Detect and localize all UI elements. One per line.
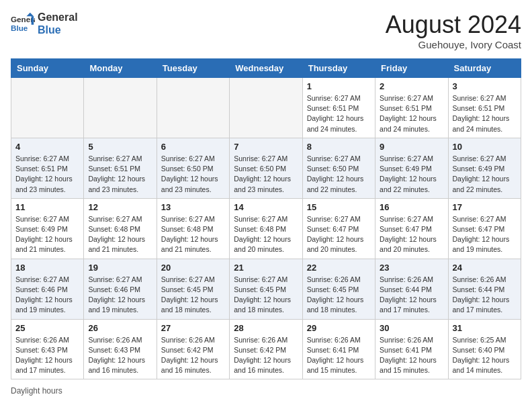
day-info: Sunrise: 6:27 AMSunset: 6:51 PMDaylight:… bbox=[88, 154, 152, 195]
day-info: Sunrise: 6:27 AMSunset: 6:47 PMDaylight:… bbox=[453, 214, 517, 255]
svg-text:Blue: Blue bbox=[11, 24, 28, 32]
calendar-cell: 26Sunrise: 6:26 AMSunset: 6:43 PMDayligh… bbox=[84, 319, 157, 379]
day-number: 17 bbox=[453, 202, 517, 212]
day-number: 26 bbox=[88, 323, 152, 333]
logo-general: General bbox=[38, 11, 78, 24]
calendar-cell: 6Sunrise: 6:27 AMSunset: 6:50 PMDaylight… bbox=[157, 138, 229, 198]
day-info: Sunrise: 6:27 AMSunset: 6:50 PMDaylight:… bbox=[234, 154, 298, 195]
calendar-cell: 12Sunrise: 6:27 AMSunset: 6:48 PMDayligh… bbox=[84, 198, 157, 259]
day-header-wednesday: Wednesday bbox=[230, 59, 302, 78]
day-number: 27 bbox=[161, 323, 225, 333]
calendar-cell: 14Sunrise: 6:27 AMSunset: 6:48 PMDayligh… bbox=[230, 198, 302, 259]
logo-blue: Blue bbox=[38, 24, 78, 36]
day-info: Sunrise: 6:26 AMSunset: 6:43 PMDaylight:… bbox=[88, 335, 152, 376]
day-info: Sunrise: 6:27 AMSunset: 6:49 PMDaylight:… bbox=[15, 214, 79, 255]
day-header-tuesday: Tuesday bbox=[157, 59, 229, 78]
location: Guehouye, Ivory Coast bbox=[386, 39, 521, 50]
day-info: Sunrise: 6:27 AMSunset: 6:47 PMDaylight:… bbox=[380, 214, 443, 255]
day-info: Sunrise: 6:26 AMSunset: 6:42 PMDaylight:… bbox=[234, 335, 298, 376]
title-area: August 2024 Guehouye, Ivory Coast bbox=[386, 11, 521, 50]
calendar-cell: 13Sunrise: 6:27 AMSunset: 6:48 PMDayligh… bbox=[157, 198, 229, 259]
day-number: 28 bbox=[234, 323, 298, 333]
calendar-cell: 18Sunrise: 6:27 AMSunset: 6:46 PMDayligh… bbox=[11, 259, 84, 319]
day-number: 6 bbox=[161, 142, 225, 152]
day-number: 11 bbox=[15, 202, 79, 212]
day-header-friday: Friday bbox=[375, 59, 448, 78]
month-title: August 2024 bbox=[386, 11, 521, 39]
day-info: Sunrise: 6:26 AMSunset: 6:43 PMDaylight:… bbox=[15, 335, 79, 376]
calendar-cell: 1Sunrise: 6:27 AMSunset: 6:51 PMDaylight… bbox=[302, 78, 375, 138]
calendar-cell: 21Sunrise: 6:27 AMSunset: 6:45 PMDayligh… bbox=[230, 259, 302, 319]
day-number: 19 bbox=[88, 263, 152, 273]
calendar-cell: 27Sunrise: 6:26 AMSunset: 6:42 PMDayligh… bbox=[157, 319, 229, 379]
day-header-thursday: Thursday bbox=[302, 59, 375, 78]
week-row-2: 4Sunrise: 6:27 AMSunset: 6:51 PMDaylight… bbox=[11, 138, 521, 198]
calendar-cell bbox=[157, 78, 229, 138]
calendar-cell: 9Sunrise: 6:27 AMSunset: 6:49 PMDaylight… bbox=[375, 138, 448, 198]
footer: Daylight hours bbox=[11, 386, 521, 396]
calendar-cell: 11Sunrise: 6:27 AMSunset: 6:49 PMDayligh… bbox=[11, 198, 84, 259]
daylight-hours-label: Daylight hours bbox=[11, 386, 62, 396]
day-header-saturday: Saturday bbox=[448, 59, 521, 78]
calendar-cell: 20Sunrise: 6:27 AMSunset: 6:45 PMDayligh… bbox=[157, 259, 229, 319]
day-number: 2 bbox=[380, 81, 443, 91]
calendar-cell bbox=[230, 78, 302, 138]
header: General Blue General Blue August 2024 Gu… bbox=[11, 11, 521, 50]
day-number: 14 bbox=[234, 202, 298, 212]
week-row-5: 25Sunrise: 6:26 AMSunset: 6:43 PMDayligh… bbox=[11, 319, 521, 379]
day-info: Sunrise: 6:27 AMSunset: 6:46 PMDaylight:… bbox=[88, 275, 152, 316]
day-number: 23 bbox=[380, 263, 443, 273]
day-info: Sunrise: 6:25 AMSunset: 6:40 PMDaylight:… bbox=[453, 335, 517, 376]
day-info: Sunrise: 6:26 AMSunset: 6:41 PMDaylight:… bbox=[380, 335, 443, 376]
calendar-cell: 22Sunrise: 6:26 AMSunset: 6:45 PMDayligh… bbox=[302, 259, 375, 319]
calendar-cell: 29Sunrise: 6:26 AMSunset: 6:41 PMDayligh… bbox=[302, 319, 375, 379]
day-number: 29 bbox=[307, 323, 371, 333]
day-info: Sunrise: 6:27 AMSunset: 6:48 PMDaylight:… bbox=[234, 214, 298, 255]
day-number: 18 bbox=[15, 263, 79, 273]
calendar-cell: 15Sunrise: 6:27 AMSunset: 6:47 PMDayligh… bbox=[302, 198, 375, 259]
day-number: 25 bbox=[15, 323, 79, 333]
calendar-cell: 5Sunrise: 6:27 AMSunset: 6:51 PMDaylight… bbox=[84, 138, 157, 198]
day-info: Sunrise: 6:27 AMSunset: 6:49 PMDaylight:… bbox=[453, 154, 517, 195]
day-number: 16 bbox=[380, 202, 443, 212]
logo-icon: General Blue bbox=[11, 11, 35, 36]
day-header-sunday: Sunday bbox=[11, 59, 84, 78]
day-number: 22 bbox=[307, 263, 371, 273]
day-info: Sunrise: 6:27 AMSunset: 6:51 PMDaylight:… bbox=[15, 154, 79, 195]
calendar-cell: 25Sunrise: 6:26 AMSunset: 6:43 PMDayligh… bbox=[11, 319, 84, 379]
day-info: Sunrise: 6:27 AMSunset: 6:46 PMDaylight:… bbox=[15, 275, 79, 316]
day-number: 13 bbox=[161, 202, 225, 212]
week-row-1: 1Sunrise: 6:27 AMSunset: 6:51 PMDaylight… bbox=[11, 78, 521, 138]
day-info: Sunrise: 6:26 AMSunset: 6:42 PMDaylight:… bbox=[161, 335, 225, 376]
calendar-header-row: SundayMondayTuesdayWednesdayThursdayFrid… bbox=[11, 59, 521, 78]
calendar-cell: 2Sunrise: 6:27 AMSunset: 6:51 PMDaylight… bbox=[375, 78, 448, 138]
day-number: 12 bbox=[88, 202, 152, 212]
calendar-cell: 28Sunrise: 6:26 AMSunset: 6:42 PMDayligh… bbox=[230, 319, 302, 379]
week-row-4: 18Sunrise: 6:27 AMSunset: 6:46 PMDayligh… bbox=[11, 259, 521, 319]
svg-rect-3 bbox=[32, 16, 34, 25]
day-info: Sunrise: 6:26 AMSunset: 6:44 PMDaylight:… bbox=[453, 275, 517, 316]
calendar-cell: 19Sunrise: 6:27 AMSunset: 6:46 PMDayligh… bbox=[84, 259, 157, 319]
day-number: 4 bbox=[15, 142, 79, 152]
day-info: Sunrise: 6:27 AMSunset: 6:50 PMDaylight:… bbox=[307, 154, 371, 195]
calendar-cell: 8Sunrise: 6:27 AMSunset: 6:50 PMDaylight… bbox=[302, 138, 375, 198]
day-info: Sunrise: 6:27 AMSunset: 6:51 PMDaylight:… bbox=[453, 93, 517, 134]
day-number: 3 bbox=[453, 81, 517, 91]
calendar-cell: 10Sunrise: 6:27 AMSunset: 6:49 PMDayligh… bbox=[448, 138, 521, 198]
day-info: Sunrise: 6:27 AMSunset: 6:48 PMDaylight:… bbox=[88, 214, 152, 255]
day-info: Sunrise: 6:27 AMSunset: 6:45 PMDaylight:… bbox=[234, 275, 298, 316]
day-number: 5 bbox=[88, 142, 152, 152]
logo: General Blue General Blue bbox=[11, 11, 78, 36]
calendar-cell: 23Sunrise: 6:26 AMSunset: 6:44 PMDayligh… bbox=[375, 259, 448, 319]
calendar-cell: 24Sunrise: 6:26 AMSunset: 6:44 PMDayligh… bbox=[448, 259, 521, 319]
calendar-cell bbox=[84, 78, 157, 138]
calendar-cell: 31Sunrise: 6:25 AMSunset: 6:40 PMDayligh… bbox=[448, 319, 521, 379]
calendar-cell: 17Sunrise: 6:27 AMSunset: 6:47 PMDayligh… bbox=[448, 198, 521, 259]
day-info: Sunrise: 6:26 AMSunset: 6:44 PMDaylight:… bbox=[380, 275, 443, 316]
day-info: Sunrise: 6:27 AMSunset: 6:47 PMDaylight:… bbox=[307, 214, 371, 255]
day-number: 8 bbox=[307, 142, 371, 152]
day-number: 20 bbox=[161, 263, 225, 273]
calendar: SundayMondayTuesdayWednesdayThursdayFrid… bbox=[11, 58, 521, 379]
calendar-cell: 30Sunrise: 6:26 AMSunset: 6:41 PMDayligh… bbox=[375, 319, 448, 379]
day-header-monday: Monday bbox=[84, 59, 157, 78]
